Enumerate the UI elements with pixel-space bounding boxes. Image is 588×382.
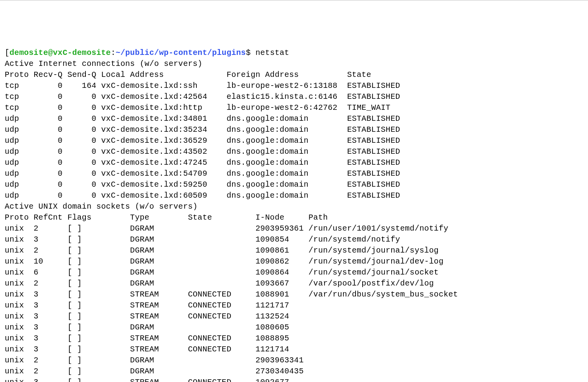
cwd-path: ~/public/wp-content/plugins bbox=[116, 48, 246, 57]
bracket-open: [ bbox=[5, 48, 9, 57]
inet-header-row: Proto Recv-Q Send-Q Local Address Foreig… bbox=[5, 70, 371, 79]
dollar: $ bbox=[246, 48, 250, 57]
colon: : bbox=[111, 48, 116, 57]
inet-rows: tcp 0 164 vxC-demosite.lxd:ssh lb-europe… bbox=[5, 81, 400, 200]
unix-header-row: Proto RefCnt Flags Type State I-Node Pat… bbox=[5, 213, 328, 222]
command: netstat bbox=[256, 48, 289, 57]
section-title-inet: Active Internet connections (w/o servers… bbox=[5, 59, 202, 68]
terminal-output[interactable]: [demosite@vxC-demosite:~/public/wp-conte… bbox=[5, 47, 583, 382]
prompt-line: [demosite@vxC-demosite:~/public/wp-conte… bbox=[5, 48, 289, 57]
unix-rows: unix 2 [ ] DGRAM 2903959361 /run/user/10… bbox=[5, 224, 458, 382]
section-title-unix: Active UNIX domain sockets (w/o servers) bbox=[5, 202, 198, 211]
user-host: demosite@vxC-demosite bbox=[9, 48, 111, 57]
